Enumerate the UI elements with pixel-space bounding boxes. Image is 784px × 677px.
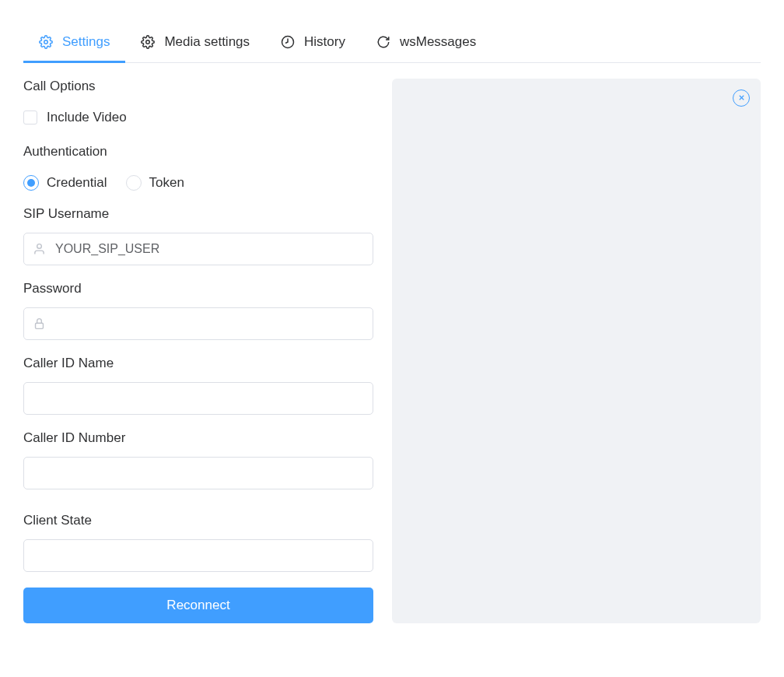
tab-settings[interactable]: Settings	[23, 23, 125, 63]
settings-panel: Call Options Include Video Authenticatio…	[23, 79, 373, 623]
radio-label: Token	[149, 175, 184, 191]
close-icon	[737, 91, 746, 105]
tab-label: Settings	[62, 34, 110, 50]
caller-id-name-label: Caller ID Name	[23, 356, 373, 371]
tab-ws-messages[interactable]: wsMessages	[361, 23, 492, 63]
tab-label: wsMessages	[400, 34, 476, 50]
user-icon	[33, 243, 46, 256]
radio-icon	[126, 175, 142, 191]
authentication-title: Authentication	[23, 144, 373, 160]
radio-icon	[23, 175, 39, 191]
tab-label: History	[304, 34, 345, 50]
caller-id-name-input[interactable]	[23, 382, 373, 415]
sip-username-label: SIP Username	[23, 206, 373, 222]
auth-token-radio[interactable]: Token	[126, 175, 184, 191]
caller-id-number-input[interactable]	[23, 457, 373, 489]
sip-username-input[interactable]	[23, 233, 373, 265]
radio-label: Credential	[47, 175, 107, 191]
include-video-checkbox[interactable]	[23, 110, 37, 125]
password-label: Password	[23, 281, 373, 296]
caller-id-number-label: Caller ID Number	[23, 430, 373, 446]
gear-icon	[141, 35, 155, 49]
include-video-label: Include Video	[47, 110, 127, 125]
refresh-icon	[376, 35, 390, 49]
auth-credential-radio[interactable]: Credential	[23, 175, 107, 191]
tabs-bar: Settings Media settings History	[23, 23, 761, 63]
client-state-label: Client State	[23, 513, 373, 528]
gear-icon	[39, 35, 53, 49]
tab-media-settings[interactable]: Media settings	[125, 23, 265, 63]
svg-point-0	[44, 40, 48, 44]
lock-icon	[33, 317, 46, 331]
tab-history[interactable]: History	[265, 23, 361, 63]
svg-rect-4	[36, 323, 44, 328]
tab-label: Media settings	[164, 34, 250, 50]
client-state-input[interactable]	[23, 539, 373, 572]
password-input[interactable]	[23, 307, 373, 340]
clock-icon	[281, 35, 295, 49]
svg-point-3	[37, 244, 42, 249]
preview-panel	[392, 79, 761, 623]
svg-point-1	[146, 40, 150, 44]
call-options-title: Call Options	[23, 79, 373, 94]
reconnect-button[interactable]: Reconnect	[23, 588, 373, 623]
close-button[interactable]	[733, 89, 750, 107]
